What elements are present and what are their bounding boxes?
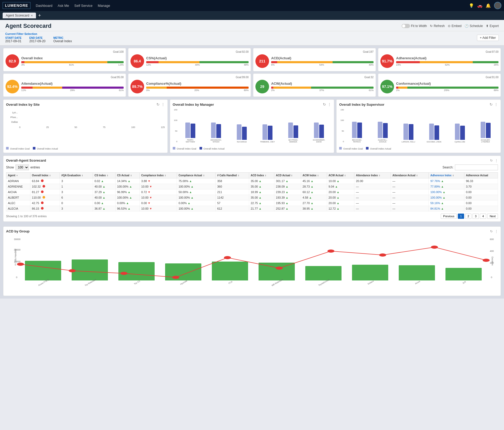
embed-action[interactable]: ⊙ Embed: [448, 24, 461, 28]
vert-bar-group: PERRY, MATTHEW: [178, 109, 203, 143]
arrow-down: ▼: [148, 201, 151, 205]
acd-line-chart: [20, 245, 486, 284]
page-4-button[interactable]: 4: [480, 214, 486, 219]
car-icon[interactable]: 🚗: [477, 3, 482, 8]
vert-bar-goal: [403, 124, 408, 140]
refresh-action[interactable]: ↻ Refresh: [430, 24, 445, 28]
y-tick-150: 150: [174, 109, 177, 111]
chart-more-icon[interactable]: ⋮: [494, 102, 498, 107]
metric-card-acw: Goal:32 29 ACW(Actual) 2%37%61%: [253, 73, 376, 97]
tab-agent-scorecard[interactable]: Agent Scorecard ✕: [3, 13, 36, 18]
cell-acda: 301.17 ▲: [274, 178, 301, 184]
fit-to-width-action[interactable]: Fit to Width: [402, 24, 427, 28]
chart-refresh-icon[interactable]: ↻: [490, 102, 493, 107]
bar-segment: [21, 61, 24, 63]
cell-calls: 57: [216, 200, 249, 206]
metric-bar: [271, 87, 374, 89]
table-row: ALBERT 110.00 6 40.00 ▲ 100.00% ▲ 10.00 …: [6, 195, 498, 200]
export-icon: ⬆: [486, 24, 489, 28]
cell-ca: 100.00% ▲: [177, 184, 216, 189]
bar-segment: [146, 87, 167, 89]
bar-label: 48%: [244, 63, 249, 66]
tab-close-icon[interactable]: ✕: [31, 14, 33, 17]
cell-atta: —: [391, 189, 429, 195]
top-nav: LUMENORE Dashboard Ask Me Self Service M…: [0, 0, 504, 11]
cell-acda: 239.23 ▲: [274, 189, 301, 195]
tab-add-button[interactable]: +: [38, 13, 41, 18]
schedule-action[interactable]: 🕐 Schedule: [465, 24, 483, 28]
vert-bars: [455, 111, 465, 140]
chart-refresh-icon[interactable]: ↻: [323, 102, 326, 107]
vert-bar-actual: [242, 127, 247, 140]
cell-qa: 3: [60, 206, 93, 211]
cell-acda: 252.87 ▲: [274, 206, 301, 211]
chart-more-icon[interactable]: ⋮: [161, 102, 165, 107]
vert-bar-actual: [357, 123, 362, 138]
cell-agent: ADRIENNE: [6, 184, 30, 189]
nav-manage[interactable]: Manage: [98, 4, 110, 8]
svg-point-2: [120, 272, 128, 275]
vert-bars: [429, 111, 439, 140]
cell-ca: 50.00% ▲: [177, 189, 216, 195]
indicator: [41, 179, 44, 182]
vert-bar-goal: [352, 122, 357, 138]
metric-bar: [21, 87, 124, 89]
metric-labels: 3%81%1.6%: [21, 63, 124, 66]
page-2-button[interactable]: 2: [465, 214, 471, 219]
arrow-up: ▲: [286, 201, 288, 205]
col-cs-actual: CS Actual ⇕: [115, 173, 139, 178]
table-wrapper: Agent ▼ Overall Index ⇕ #QA Evaluation ⇕…: [6, 172, 498, 211]
filter-metric-value: Overall Index: [53, 39, 72, 43]
lightbulb-icon[interactable]: 💡: [469, 3, 474, 8]
vert-bar-actual: [434, 125, 439, 140]
metric-bar: [146, 61, 249, 63]
page-1-button[interactable]: 1: [458, 214, 464, 219]
export-action[interactable]: ⬆ Export: [486, 24, 499, 28]
vert-bar-group: DESHMUKH, NITESH: [204, 109, 229, 143]
nav-dashboard[interactable]: Dashboard: [36, 4, 52, 8]
vert-bar-actual: [460, 126, 465, 140]
nav-askme[interactable]: Ask Me: [58, 4, 69, 8]
cell-csi: 0.00 ▲: [93, 200, 115, 206]
acd-more-icon[interactable]: ⋮: [495, 230, 498, 233]
cell-csa: 96.53% ▲: [115, 206, 139, 211]
col-compliance-index: Compliance Index ⇕: [140, 173, 177, 178]
search-input[interactable]: [455, 164, 498, 170]
avatar[interactable]: [494, 2, 501, 9]
metric-bar: [396, 87, 498, 89]
entries-select[interactable]: 100 50 25: [15, 164, 29, 170]
vert-bar-label: BECKHAM, PATRICK: [349, 139, 365, 143]
add-filter-button[interactable]: + Add Filter: [477, 35, 499, 41]
cell-atta: —: [391, 200, 429, 206]
vert-bar-group: LARSON, KELLI: [396, 111, 421, 143]
bell-icon[interactable]: 🔔: [486, 3, 491, 8]
arrow-up: ▲: [191, 207, 194, 210]
table-more-icon[interactable]: ⋮: [495, 159, 498, 162]
chart-legend: Overall Index Goal Overall Index Actual: [6, 147, 165, 150]
fit-to-width-toggle[interactable]: [402, 24, 410, 28]
arrow-up: ▲: [259, 207, 262, 210]
metric-circle: 97.1%: [380, 80, 394, 93]
metric-goal: Goal:197: [255, 50, 374, 53]
arrow-down: ▼: [149, 185, 152, 188]
acd-refresh-icon[interactable]: ↻: [490, 230, 493, 233]
cell-atti: —: [354, 200, 391, 206]
bar-label: 3%: [21, 63, 25, 66]
page-3-button[interactable]: 3: [472, 214, 479, 219]
metric-name: Compliance%(Actual): [146, 82, 249, 86]
table-card-title: Overall-Agent Scorecard: [6, 158, 46, 162]
nav-selfservice[interactable]: Self Service: [74, 4, 92, 8]
next-button[interactable]: Next: [487, 214, 498, 219]
table-row: ALECIA 86.15 3 36.87 ▲ 96.53% ▲ 10.00 ▼ …: [6, 206, 498, 211]
vert-bar-actual: [293, 125, 298, 138]
chart-more-icon[interactable]: ⋮: [328, 102, 331, 107]
vert-bars: [211, 109, 221, 138]
prev-button[interactable]: Previous: [441, 214, 457, 219]
table-refresh-icon[interactable]: ↻: [490, 159, 493, 162]
acd-chart-area: # Calls Handled Duration 30000 20000 100…: [6, 235, 498, 293]
cell-calls: 360: [216, 184, 249, 189]
chart-refresh-icon[interactable]: ↻: [156, 102, 160, 107]
arrow-up: ▲: [101, 179, 104, 183]
x-tick: 75: [103, 126, 106, 129]
col-acw-actual: ACW Actual ⇕: [327, 173, 354, 178]
